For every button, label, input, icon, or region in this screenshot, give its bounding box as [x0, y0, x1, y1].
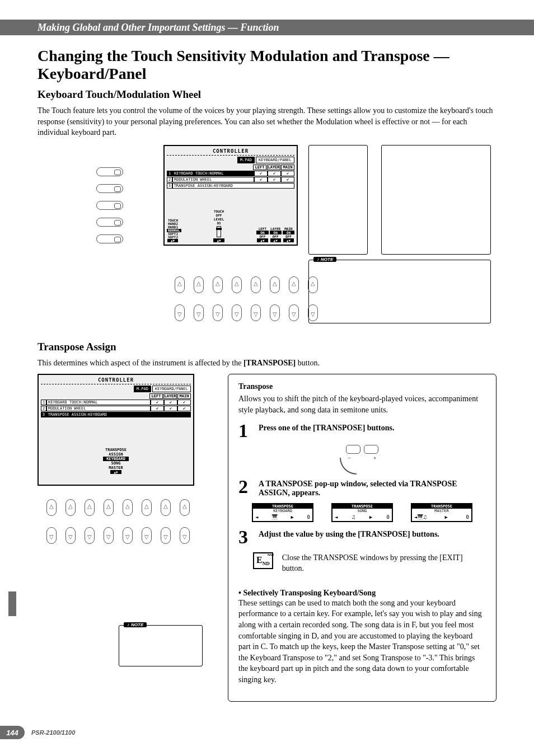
arrow-up-icon [161, 499, 171, 516]
arrow-up-icon [142, 499, 152, 516]
arrow-up-icon [270, 276, 280, 293]
arrow-up-icon [289, 276, 299, 293]
arrow-up-icon [85, 499, 95, 516]
arrow-up-icon [232, 276, 242, 293]
arrow-down-icon [289, 304, 299, 321]
example-heading: • Selectively Transposing Keyboard/Song [238, 589, 486, 598]
arrow-up-icon [123, 499, 133, 516]
transpose-buttons-illustration: −+ [343, 445, 382, 472]
transpose-popups: TRANSPOSE KEYBOARD ◄🎹▶0 TRANSPOSE SONG ◄… [238, 503, 486, 522]
arrow-up-icon [194, 276, 204, 293]
model-label: PSR-2100/1100 [31, 729, 75, 736]
arrow-down-icon [180, 527, 190, 544]
popup-master: TRANSPOSE MASTER ◄🎹♫▶0 [411, 503, 472, 522]
example-text: These settings can be used to match both… [238, 598, 486, 685]
arrow-up-icon [180, 499, 190, 516]
lcd-screen: CONTROLLER M.PAD KEYBOARD/PANEL LEFT LAY… [163, 145, 298, 246]
arrow-up-icon [213, 276, 223, 293]
arrow-down-icon [213, 304, 223, 321]
touch-sensitivity-list: TOUCH HARD2 HARD1 NORMAL SOFT1 SOFT2 ▲▼ [167, 219, 181, 242]
lcd-row-keyboard-touch: KEYBOARD TOUCH:NORMAL [46, 400, 151, 405]
updown-icon: ▲▼ [167, 239, 178, 242]
arrow-down-icon [142, 527, 152, 544]
breadcrumb: Making Global and Other Important Settin… [38, 22, 279, 34]
popup-keyboard: TRANSPOSE KEYBOARD ◄🎹▶0 [252, 503, 313, 522]
part-toggles: LEFT ON OFF ▲▼ LAYER ON OFF ▲▼ MAIN ON [256, 227, 294, 242]
lcd-screen-transpose: CONTROLLER M.PAD KEYBOARD/PANEL LEFT LAY… [38, 374, 194, 486]
note-callout-4: NOTE [119, 625, 203, 666]
end-row: END〰 Close the TRANSPOSE windows by pres… [238, 552, 486, 580]
arrow-down-icon [46, 527, 57, 544]
arrow-down-icon [251, 304, 261, 321]
side-button [96, 218, 123, 227]
end-icon: END〰 [253, 552, 273, 569]
check-icon: ✔ [164, 400, 177, 405]
transpose-info-box: Transpose Allows you to shift the pitch … [228, 374, 496, 701]
note-callout-1 [308, 145, 368, 255]
updown-icon: ▲▼ [283, 238, 294, 242]
lcd-tab-keyboard-panel: KEYBOARD/PANEL [152, 386, 191, 392]
lcd-row-transpose: TRANSPOSE ASSIGN:KEYBOARD [172, 183, 294, 189]
arrow-down-icon [232, 304, 242, 321]
arrow-down-icon [270, 304, 280, 321]
check-icon: ✔ [281, 177, 294, 182]
check-icon: ✔ [177, 400, 191, 405]
note-badge: NOTE [124, 622, 147, 627]
check-icon: ✔ [151, 400, 164, 405]
step-3: 3 Adjust the value by using the [TRANSPO… [238, 528, 486, 547]
lcd-tab-mpad: M.PAD [237, 157, 255, 163]
page-footer: 144 PSR-2100/1100 [0, 726, 534, 739]
lcd-col-layer: LAYER [267, 165, 280, 170]
step-1: 1 Press one of the [TRANSPOSE] buttons. [238, 421, 486, 440]
lcd-col-main: MAIN [177, 393, 191, 399]
check-icon: ✔ [254, 171, 268, 176]
arrow-down-icon [104, 527, 114, 544]
lcd-row-num: 3 [167, 183, 172, 189]
check-icon: ✔ [268, 171, 281, 176]
section-subtitle: Keyboard Touch/Modulation Wheel [38, 88, 496, 101]
arrow-up-icon [251, 276, 261, 293]
page-content: Changing the Touch Sensitivity Modulatio… [38, 45, 496, 702]
lcd-col-layer: LAYER [163, 393, 177, 399]
end-text: Close the TRANSPOSE windows by pressing … [282, 552, 486, 574]
intro-paragraph: The Touch feature lets you control the v… [38, 105, 496, 138]
arrow-up-icon [308, 276, 318, 293]
lcd-col-main: MAIN [281, 165, 294, 170]
note-callout-2: NOTE [308, 260, 491, 323]
controller-diagram-1: CONTROLLER M.PAD KEYBOARD/PANEL LEFT LAY… [38, 145, 496, 324]
arrow-down-icon [65, 527, 76, 544]
lcd-title: CONTROLLER [167, 148, 294, 156]
side-button [96, 184, 123, 193]
step-2: 2 A TRANSPOSE pop-up window, selected vi… [238, 477, 486, 497]
transpose-assign-list: TRANSPOSE ASSIGN KEYBOARD SONG MASTER ▲▼ [103, 448, 129, 475]
arrow-down-icon [123, 527, 133, 544]
side-buttons-left [96, 167, 123, 243]
lcd-col-left: LEFT [253, 165, 266, 170]
transpose-assign-section: Transpose Assign This determines which a… [38, 341, 496, 702]
intro-paragraph: This determines which aspect of the inst… [38, 358, 496, 369]
check-icon: ✔ [151, 406, 164, 411]
check-icon: ✔ [254, 177, 268, 182]
arrow-down-icon [85, 527, 95, 544]
lcd-row-modulation: MODULATION WHEEL [172, 177, 254, 182]
check-icon: ✔ [268, 177, 281, 182]
header-bar: Making Global and Other Important Settin… [0, 20, 534, 35]
updown-icon: ▲▼ [257, 238, 268, 242]
lcd-row-keyboard-touch: KEYBOARD TOUCH:NORMAL [172, 171, 254, 176]
lcd-row-num: 1 [167, 171, 172, 176]
step-number: 1 [238, 421, 252, 440]
panel-updown-buttons [175, 276, 318, 321]
updown-icon: ▲▼ [110, 470, 121, 474]
lcd-row-num: 2 [167, 177, 172, 182]
lcd-tab-mpad: M.PAD [134, 386, 151, 392]
section-subtitle: Transpose Assign [38, 341, 496, 353]
updown-icon: ▲▼ [213, 238, 224, 242]
step-number: 2 [238, 477, 252, 497]
step-number: 3 [238, 528, 252, 547]
updown-icon: ▲▼ [270, 238, 281, 242]
note-badge: NOTE [313, 257, 336, 262]
page-title: Changing the Touch Sensitivity Modulatio… [38, 47, 496, 83]
box-desc: Allows you to shift the pitch of the key… [238, 393, 486, 415]
side-button [96, 201, 123, 210]
arrow-down-icon [308, 304, 318, 321]
